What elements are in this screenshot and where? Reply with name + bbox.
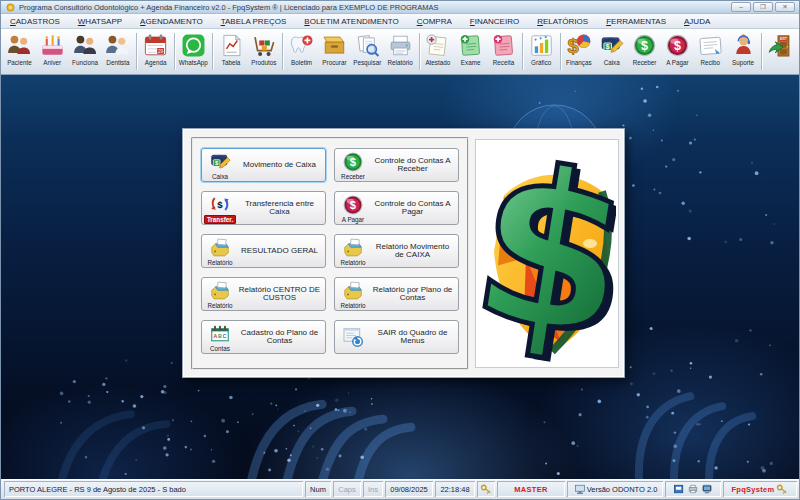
- client-area: $CaixaMovimento de Caixa$ReceberControle…: [1, 75, 799, 479]
- status-tools: [665, 481, 721, 497]
- maximize-button[interactable]: ❐: [753, 2, 773, 12]
- toolbar-button-label: Receita: [493, 59, 514, 66]
- paciente-icon: [6, 32, 33, 59]
- panel-button-label: Movimento de Caixa: [236, 161, 323, 169]
- panel-button-movimento-de-caixa[interactable]: $CaixaMovimento de Caixa: [201, 148, 326, 182]
- toolbar-atestado[interactable]: Atestado: [421, 30, 454, 73]
- agenda-icon: 29: [142, 32, 169, 59]
- toolbar-agenda[interactable]: 29Agenda: [139, 30, 172, 73]
- menu-cadastros[interactable]: CADASTROS: [1, 16, 69, 27]
- title-bar: Programa Consultório Odontológico + Agen…: [1, 1, 799, 14]
- printer-tb-icon: [387, 32, 414, 59]
- toolbar-button-label: Exame: [461, 59, 481, 66]
- toolbar-tabela[interactable]: Tabela: [215, 30, 248, 73]
- panel-button-cadastro-do-plano-de-contas[interactable]: ABCContasCadastro do Plano de Contas: [201, 320, 326, 354]
- procurar-icon: [321, 32, 348, 59]
- svg-text:EXIT: EXIT: [780, 37, 787, 41]
- panel-button-label: Transferencia entre Caixa: [236, 200, 323, 217]
- status-brand: FpqSystem: [723, 481, 797, 497]
- toolbar-a-pagar[interactable]: $A Pagar: [661, 30, 694, 73]
- caixa-icon: $: [208, 150, 232, 174]
- menu-relatorios[interactable]: RELATÓRIOS: [528, 16, 597, 27]
- toolbar-exame[interactable]: Exame: [454, 30, 487, 73]
- toolbar-button-label: Pesquisar: [353, 59, 381, 66]
- menu-ferramentas[interactable]: FERRAMENTAS: [597, 16, 675, 27]
- status-master: MASTER: [497, 481, 565, 497]
- produtos-icon: [250, 32, 277, 59]
- panel-button-sair-do-quadro-de-menus[interactable]: SAIR do Quadro de Menus: [334, 320, 459, 354]
- menu-financeiro[interactable]: FINANCEIRO: [461, 16, 528, 27]
- toolbar-caixa[interactable]: $Caixa: [595, 30, 628, 73]
- toolbar-relatorio[interactable]: Relatório: [384, 30, 417, 73]
- sairmenu-icon: [341, 325, 365, 349]
- toolbar-separator: [761, 33, 762, 70]
- svg-text:$: $: [478, 143, 616, 364]
- toolbar-button-label: Gráfico: [531, 59, 551, 66]
- panel-button-label: SAIR do Quadro de Menus: [369, 329, 456, 346]
- minimize-button[interactable]: –: [731, 2, 751, 12]
- toolbar-suporte[interactable]: Suporte: [727, 30, 760, 73]
- toolbar-separator: [212, 33, 213, 70]
- toolbar-pesquisar[interactable]: Pesquisar: [351, 30, 384, 73]
- whatsapp-icon: [180, 32, 207, 59]
- panel-button-label: RESULTADO GERAL: [236, 247, 323, 255]
- panel-button-controle-do-contas-a-receber[interactable]: $ReceberControle do Contas A Receber: [334, 148, 459, 182]
- toolbar-recibo[interactable]: Recibo: [694, 30, 727, 73]
- svg-text:A: A: [214, 333, 218, 339]
- toolbar-button-label: Recibo: [700, 59, 720, 66]
- toolbar-receber[interactable]: $Receber: [628, 30, 661, 73]
- toolbar-procurar[interactable]: Procurar: [318, 30, 351, 73]
- printer-icon: [341, 236, 365, 260]
- toolbar-button-label: Relatório: [387, 59, 412, 66]
- panel-button-resultado-geral[interactable]: RelatórioRESULTADO GERAL: [201, 234, 326, 268]
- toolbar-grafico[interactable]: Gráfico: [525, 30, 558, 73]
- menu-agendamento[interactable]: AGENDAMENTO: [131, 16, 212, 27]
- panel-button-controle-do-contas-a-pagar[interactable]: $A PagarControle do Contas A Pagar: [334, 191, 459, 225]
- panel-button-label: Cadastro do Plano de Contas: [236, 329, 323, 346]
- transfer-icon: $: [208, 192, 232, 216]
- caixa-icon: $: [598, 32, 625, 59]
- toolbar-button-label: Boletim: [291, 59, 312, 66]
- menu-tabela-precos[interactable]: TABELA PREÇOS: [212, 16, 296, 27]
- app-window: Programa Consultório Odontológico + Agen…: [0, 0, 800, 500]
- toolbar-funciona[interactable]: Funciona: [69, 30, 102, 73]
- menu-compra[interactable]: COMPRA: [408, 16, 461, 27]
- toolbar-produtos[interactable]: Produtos: [247, 30, 280, 73]
- toolbar-whatsapp[interactable]: WhatsApp: [177, 30, 210, 73]
- monitor-icon: [573, 483, 587, 495]
- panel-button-transferencia-entre-caixa[interactable]: $Transfer.Transferencia entre Caixa: [201, 191, 326, 225]
- toolbar-separator: [136, 33, 137, 70]
- toolbar-button-label: Paciente: [7, 59, 32, 66]
- toolbar-separator: [174, 33, 175, 70]
- svg-text:$: $: [350, 156, 357, 168]
- panel-button-caption: Receber: [341, 173, 365, 180]
- panel-button-caption: Transfer.: [204, 215, 236, 224]
- toolbar-separator: [560, 33, 561, 70]
- status-ins: Ins: [363, 481, 383, 497]
- toolbar-sair-sistema[interactable]: EXIT: [764, 30, 797, 73]
- toolbar-boletim[interactable]: Boletim: [285, 30, 318, 73]
- menu-ajuda[interactable]: AJUDA: [675, 16, 719, 27]
- toolbar-receita[interactable]: Receita: [487, 30, 520, 73]
- panel-button-relatorio-movimento-de-caixa[interactable]: RelatórioRelatório Movimento de CAIXA: [334, 234, 459, 268]
- keys-icon: [775, 483, 789, 495]
- toolbar-paciente[interactable]: Paciente: [3, 30, 36, 73]
- toolbar-financas[interactable]: $Finanças: [562, 30, 595, 73]
- menu-buttons-frame: $CaixaMovimento de Caixa$ReceberControle…: [191, 137, 469, 370]
- toolbar-button-label: Finanças: [566, 59, 592, 66]
- toolbar-button-label: Procurar: [322, 59, 346, 66]
- menu-whatsapp[interactable]: WHATSAPP: [69, 16, 131, 27]
- status-version: Versão ODONTO 2.0: [567, 481, 663, 497]
- toolbar-dentista[interactable]: Dentista: [101, 30, 134, 73]
- toolbar-button-label: Atestado: [425, 59, 450, 66]
- panel-button-caption: A Pagar: [342, 216, 364, 223]
- receber-icon: $: [341, 150, 365, 174]
- toolbar-aniver[interactable]: Aniver: [36, 30, 69, 73]
- status-bar: PORTO ALEGRE - RS 9 de Agosto de 2025 - …: [1, 479, 799, 499]
- panel-button-relatorio-por-plano-de-contas[interactable]: RelatórioRelatório por Plano de Contas: [334, 277, 459, 311]
- apagar-icon: $: [341, 193, 365, 217]
- panel-button-relatorio-centro-de-custos[interactable]: RelatórioRelatório CENTRO DE CUSTOS: [201, 277, 326, 311]
- menu-boletim-atendimento[interactable]: BOLETIM ATENDIMENTO: [295, 16, 407, 27]
- status-date: 09/08/2025: [385, 481, 433, 497]
- close-button[interactable]: ✕: [775, 2, 795, 12]
